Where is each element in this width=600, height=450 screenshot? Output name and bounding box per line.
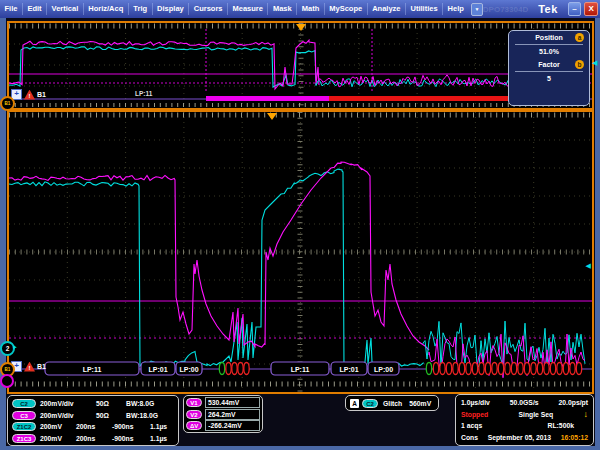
svg-text:LP:00: LP:00 xyxy=(179,366,198,373)
sample-resolution: 20.0ps/pt xyxy=(559,399,588,406)
z1c3-scale: 200mV xyxy=(40,435,76,442)
overview-right-edge-arrow-icon: ◀ xyxy=(592,59,597,67)
svg-text:LP:01: LP:01 xyxy=(339,366,358,373)
menu-math[interactable]: Math xyxy=(297,3,325,15)
trigger-source-badge: C2 xyxy=(362,399,378,408)
model-watermark: DPO73304D xyxy=(483,5,528,14)
z1c2-badge[interactable]: Z1C2 xyxy=(12,422,36,431)
menu-overflow-button[interactable]: ▼ xyxy=(471,3,482,16)
svg-text:LP:11: LP:11 xyxy=(291,366,310,373)
cursor-v2-row: V2 264.2mV xyxy=(186,409,260,421)
channel-readout-panel: C2 200mV/div 50Ω BW:8.0G C3 200mV/div 50… xyxy=(7,395,179,446)
ch3-badge[interactable]: C3 xyxy=(12,411,36,420)
sample-rate: 50.0GS/s xyxy=(510,399,539,406)
close-button[interactable]: X xyxy=(584,2,598,16)
time-value: 16:05:12 xyxy=(561,434,588,441)
ch3-position-marker[interactable] xyxy=(0,374,14,388)
factor-label: Factor xyxy=(538,61,559,68)
ch2-scale: 200mV/div xyxy=(40,400,96,407)
overview-bus-chip: + ! B1 xyxy=(11,89,46,100)
trigger-type: Glitch xyxy=(383,400,402,407)
bus-label: B1 xyxy=(37,363,46,370)
ch3-scale: 200mV/div xyxy=(40,412,96,419)
v1-badge: V1 xyxy=(186,398,202,407)
v2-value: 264.2mV xyxy=(205,409,260,420)
main-bus-chip: + ! B1 xyxy=(11,361,46,372)
svg-text:LP:11: LP:11 xyxy=(83,366,102,373)
dv-badge: ΔV xyxy=(186,421,202,430)
overview-waveform-svg xyxy=(9,23,592,108)
menu-horiz-acq[interactable]: Horiz/Acq xyxy=(84,3,129,15)
z1c3-timebase: 200ns xyxy=(76,435,112,442)
trigger-level: 560mV xyxy=(409,400,431,407)
z1c3-position: -900ns xyxy=(112,435,150,442)
factor-value[interactable]: 5 xyxy=(509,72,589,85)
tek-logo: Tek xyxy=(538,3,558,15)
menu-myscope[interactable]: MyScope xyxy=(325,3,368,15)
acq-count: 1 acqs xyxy=(461,422,482,429)
z1c2-timebase: 200ns xyxy=(76,423,112,430)
overview-waveform-window[interactable]: Position a 51.0% Factor b 5 + ! B1 LP:11 xyxy=(7,21,594,110)
knob-a-badge[interactable]: a xyxy=(575,33,584,42)
down-arrow-icon: ↓ xyxy=(584,409,589,419)
zoom-position-panel: Position a 51.0% Factor b 5 xyxy=(508,30,590,106)
timebase-row: 1.0µs/div 50.0GS/s 20.0ps/pt xyxy=(461,397,588,409)
z1c3-span: 1.1µs xyxy=(150,435,167,442)
menu-trig[interactable]: Trig xyxy=(129,3,153,15)
menu-file[interactable]: File xyxy=(0,3,23,15)
svg-text:LP:00: LP:00 xyxy=(374,366,393,373)
bus-label: B1 xyxy=(37,91,46,98)
overview-bus-packet-label: LP:11 xyxy=(135,90,152,97)
acq-mode: Single Seq xyxy=(518,411,553,418)
ch3-readout-row: C3 200mV/div 50Ω BW:18.0G xyxy=(12,410,178,422)
bus-warning-icon: ! xyxy=(24,90,35,100)
dv-value: -266.24mV xyxy=(205,420,260,431)
cursor-dv-row: ΔV -266.24mV xyxy=(186,420,260,432)
svg-text:LP:01: LP:01 xyxy=(148,366,167,373)
run-state: Stopped xyxy=(461,411,488,418)
overview-bus-b1-marker[interactable]: B1 xyxy=(0,96,15,111)
main-waveform-window[interactable]: LP:11LP:01LP:00LP:11LP:01LP:00 + ! B1 ◀ xyxy=(7,110,594,394)
datetime-row: Cons September 05, 2013 16:05:12 xyxy=(461,432,588,444)
position-value[interactable]: 51.0% xyxy=(509,45,589,58)
run-state-row: Stopped Single Seq ↓ xyxy=(461,409,588,421)
z1c2-position: -900ns xyxy=(112,423,150,430)
z1c3-badge[interactable]: Z1C3 xyxy=(12,434,36,443)
menu-utilities[interactable]: Utilities xyxy=(406,3,443,15)
cursor-readout-panel: V1 530.44mV V2 264.2mV ΔV -266.24mV xyxy=(183,395,263,433)
menu-vertical[interactable]: Vertical xyxy=(47,3,84,15)
ch2-readout-row: C2 200mV/div 50Ω BW:8.0G xyxy=(12,398,178,410)
ch2-badge[interactable]: C2 xyxy=(12,399,36,408)
menu-analyze[interactable]: Analyze xyxy=(368,3,406,15)
z1c2-span: 1.1µs xyxy=(150,423,167,430)
a-trigger-icon: A xyxy=(350,399,359,408)
menu-display[interactable]: Display xyxy=(153,3,190,15)
ch3-termination: 50Ω xyxy=(96,412,126,419)
record-length: RL:500k xyxy=(548,422,574,429)
zoom1-ch2-readout-row: Z1C2 200mV 200ns -900ns 1.1µs xyxy=(12,421,178,433)
ch2-bandwidth: BW:8.0G xyxy=(126,400,154,407)
bus-warning-icon: ! xyxy=(24,362,35,372)
date-value: September 05, 2013 xyxy=(488,434,551,441)
ch3-bandwidth: BW:18.0G xyxy=(126,412,158,419)
position-label: Position xyxy=(535,34,563,41)
menu-mask[interactable]: Mask xyxy=(268,3,297,15)
acquisition-readout-panel: 1.0µs/div 50.0GS/s 20.0ps/pt Stopped Sin… xyxy=(455,394,594,446)
menu-edit[interactable]: Edit xyxy=(23,3,47,15)
z1c2-scale: 200mV xyxy=(40,423,76,430)
timebase-value: 1.0µs/div xyxy=(461,399,490,406)
ch2-arrow-icon: ► xyxy=(12,344,18,350)
menu-bar: File Edit Vertical Horiz/Acq Trig Displa… xyxy=(0,0,600,18)
menu-cursors[interactable]: Cursors xyxy=(189,3,228,15)
menu-help[interactable]: Help xyxy=(443,3,468,15)
minimize-button[interactable]: – xyxy=(568,2,582,16)
menu-measure[interactable]: Measure xyxy=(228,3,268,15)
ch2-right-edge-arrow-icon: ◀ xyxy=(586,262,591,270)
ch2-termination: 50Ω xyxy=(96,400,126,407)
trigger-readout-panel: A C2 Glitch 560mV xyxy=(345,395,439,411)
zoom1-ch3-readout-row: Z1C3 200mV 200ns -900ns 1.1µs xyxy=(12,433,178,445)
v2-badge: V2 xyxy=(186,410,202,419)
v1-value: 530.44mV xyxy=(205,397,260,408)
knob-b-badge[interactable]: b xyxy=(575,60,584,69)
main-waveform-svg: LP:11LP:01LP:00LP:11LP:01LP:00 xyxy=(9,112,592,392)
